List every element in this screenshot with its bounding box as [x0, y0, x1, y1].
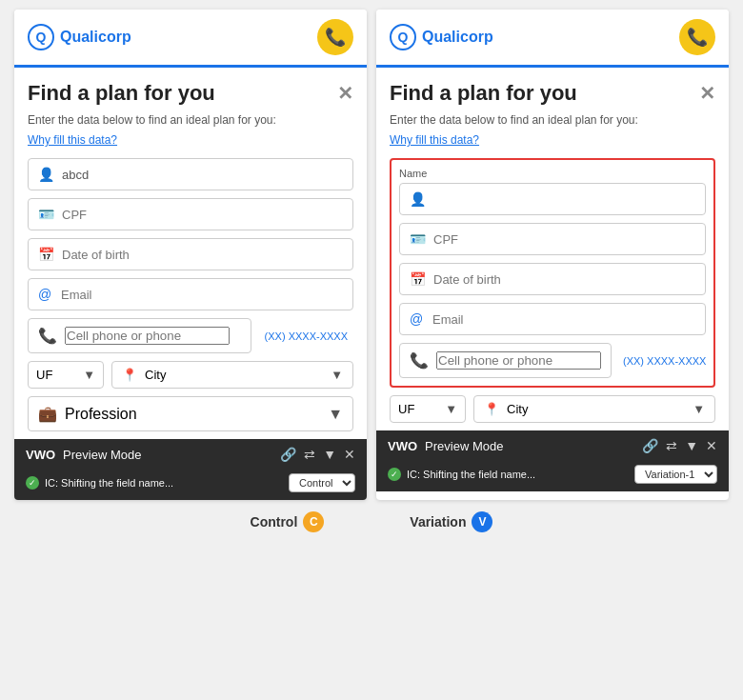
phone-row: 📞 (XX) XXXX-XXXX — [28, 318, 353, 353]
variation-dob-icon: 📅 — [410, 271, 426, 287]
name-input[interactable] — [62, 168, 343, 182]
email-field: @ — [28, 278, 353, 310]
profession-label: Profession — [65, 406, 137, 423]
variation-vwo-logo: VWO — [388, 439, 417, 453]
dob-field: 📅 — [28, 238, 353, 270]
email-icon: @ — [38, 287, 53, 302]
variation-arrows-icon[interactable]: ⇄ — [666, 438, 677, 453]
variation-name-icon: 👤 — [410, 191, 426, 207]
email-input[interactable] — [61, 288, 343, 302]
dropdown-icon[interactable]: ▼ — [323, 447, 336, 462]
variation-variant-select[interactable]: Variation-1 — [634, 465, 717, 484]
control-preview-bottom: ✓ IC: Shifting the field name... Control — [14, 470, 367, 500]
control-label: Control C — [251, 511, 325, 532]
profession-arrow-icon: ▼ — [328, 406, 343, 423]
name-icon: 👤 — [38, 167, 54, 182]
variation-preview-bottom: ✓ IC: Shifting the field name... Variati… — [376, 461, 729, 491]
variation-phone-icon: 📞 — [410, 351, 429, 370]
variation-label: Variation V — [410, 511, 492, 532]
variation-logo: Q Qualicorp — [390, 24, 493, 50]
preview-bar-icons: 🔗 ⇄ ▼ ✕ — [280, 447, 355, 462]
variation-title: Find a plan for you ✕ — [390, 81, 715, 106]
cpf-icon: 🪪 — [38, 207, 54, 222]
variation-preview-label: Preview Mode — [425, 439, 503, 453]
city-pin-icon: 📍 — [122, 368, 137, 382]
preview-label: Preview Mode — [63, 448, 141, 462]
phone-icon: 📞 — [38, 327, 57, 345]
phone-input[interactable] — [65, 327, 230, 345]
dob-input[interactable] — [62, 248, 343, 262]
variation-city-select[interactable]: 📍 City ▼ — [473, 395, 715, 423]
variation-phone-field: 📞 — [399, 343, 612, 378]
vwo-logo: VWO — [26, 448, 55, 462]
control-title: Find a plan for you ✕ — [28, 81, 353, 106]
variation-cpf-icon: 🪪 — [410, 231, 426, 247]
variation-email-icon: @ — [410, 311, 425, 327]
variation-logo-text: Qualicorp — [422, 29, 493, 46]
variation-dropdown-icon[interactable]: ▼ — [685, 438, 698, 453]
variation-city-label: City — [507, 402, 528, 416]
variant-select[interactable]: Control — [289, 473, 355, 492]
cpf-field: 🪪 — [28, 198, 353, 230]
name-field: 👤 — [28, 158, 353, 190]
logo-text: Qualicorp — [60, 29, 131, 46]
variation-email-field: @ — [399, 303, 706, 335]
variation-uf-arrow-icon: ▼ — [445, 402, 457, 416]
phone-hint-container: (XX) XXXX-XXXX — [259, 318, 353, 353]
variation-preview-bar: VWO Preview Mode 🔗 ⇄ ▼ ✕ — [376, 430, 729, 461]
variation-preview-bar-icons: 🔗 ⇄ ▼ ✕ — [642, 438, 717, 453]
variation-label-text: Variation — [410, 514, 466, 530]
variation-subtitle: Enter the data below to find an ideal pl… — [390, 113, 715, 127]
variation-header: Q Qualicorp 📞 — [376, 10, 729, 68]
variation-body: Find a plan for you ✕ Enter the data bel… — [376, 68, 729, 423]
status-icon: ✓ — [26, 476, 39, 490]
control-panel: Q Qualicorp 📞 Find a plan for you ✕ Ente… — [14, 10, 367, 500]
variation-email-input[interactable] — [432, 312, 695, 327]
variation-cpf-input[interactable] — [433, 232, 695, 247]
link-icon[interactable]: 🔗 — [280, 447, 296, 462]
preview-close-icon[interactable]: ✕ — [344, 447, 355, 462]
variation-badge: V — [472, 511, 492, 532]
variation-city-pin-icon: 📍 — [484, 402, 499, 416]
variation-dob-field: 📅 — [399, 263, 706, 295]
close-button[interactable]: ✕ — [337, 84, 353, 103]
variation-logo-icon: Q — [390, 24, 416, 50]
cpf-input[interactable] — [62, 208, 343, 222]
profession-icon: 💼 — [38, 405, 57, 423]
labels-row: Control C Variation V — [251, 508, 493, 538]
subtitle: Enter the data below to find an ideal pl… — [28, 113, 353, 127]
variation-panel: Q Qualicorp 📞 Find a plan for you ✕ Ente… — [376, 10, 729, 500]
phone-button[interactable]: 📞 — [317, 19, 353, 55]
highlighted-section: Name 👤 🪪 📅 @ — [390, 158, 715, 388]
variation-ic-label: IC: Shifting the field name... — [407, 469, 535, 480]
name-label: Name — [399, 168, 706, 179]
variation-phone-row: 📞 (XX) XXXX-XXXX — [399, 343, 706, 378]
variation-phone-input[interactable] — [436, 351, 601, 370]
variation-uf-select[interactable]: UF ▼ — [390, 395, 466, 423]
why-link[interactable]: Why fill this data? — [28, 133, 117, 147]
variation-cpf-field: 🪪 — [399, 223, 706, 255]
variation-name-input[interactable] — [433, 192, 695, 207]
control-preview-bar: VWO Preview Mode 🔗 ⇄ ▼ ✕ — [14, 439, 367, 470]
city-arrow-icon: ▼ — [331, 368, 343, 382]
variation-dob-input[interactable] — [433, 272, 695, 287]
logo-icon: Q — [28, 24, 54, 50]
uf-select[interactable]: UF ▼ — [28, 361, 104, 389]
phone-hint: (XX) XXXX-XXXX — [265, 330, 348, 342]
variation-phone-button[interactable]: 📞 — [679, 19, 715, 55]
phone-field: 📞 — [28, 318, 251, 353]
control-body: Find a plan for you ✕ Enter the data bel… — [14, 68, 367, 431]
profession-select[interactable]: 💼 Profession ▼ — [28, 396, 353, 431]
uf-label: UF — [36, 368, 52, 382]
variation-close-button[interactable]: ✕ — [699, 84, 715, 103]
control-header: Q Qualicorp 📞 — [14, 10, 367, 68]
variation-link-icon[interactable]: 🔗 — [642, 438, 658, 453]
ic-label: IC: Shifting the field name... — [45, 477, 173, 489]
arrows-icon[interactable]: ⇄ — [304, 447, 315, 462]
variation-phone-hint-container: (XX) XXXX-XXXX — [619, 343, 710, 378]
variation-why-link[interactable]: Why fill this data? — [390, 133, 479, 147]
qualicorp-logo: Q Qualicorp — [28, 24, 131, 50]
city-select[interactable]: 📍 City ▼ — [111, 361, 353, 389]
variation-preview-close-icon[interactable]: ✕ — [706, 438, 717, 453]
dob-icon: 📅 — [38, 247, 54, 262]
